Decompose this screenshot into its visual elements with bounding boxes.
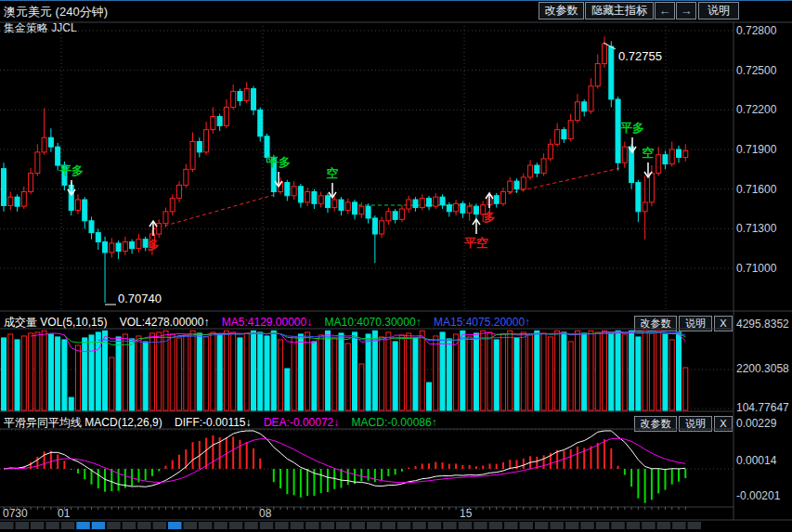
svg-text:4295.8352: 4295.8352 — [736, 318, 789, 331]
svg-text:0.71600: 0.71600 — [736, 183, 777, 196]
nav-strip[interactable] — [0, 522, 701, 529]
svg-text:0.71900: 0.71900 — [736, 143, 777, 156]
svg-text:平空: 平空 — [464, 236, 488, 250]
chart-canvas: 0.727550.70740平多多平多空平空多平多空0.728000.72500… — [0, 0, 792, 532]
svg-text:空: 空 — [643, 146, 655, 160]
svg-text:空: 空 — [327, 166, 339, 180]
svg-text:0.72500: 0.72500 — [736, 64, 777, 77]
svg-text:2200.3058: 2200.3058 — [736, 362, 789, 375]
macd-histogram — [10, 435, 685, 503]
volume-bars-layer — [2, 331, 688, 410]
svg-text:多: 多 — [484, 210, 496, 224]
candles-layer — [2, 36, 688, 303]
svg-text:0.72200: 0.72200 — [736, 103, 777, 116]
svg-text:0.00229: 0.00229 — [736, 417, 777, 430]
macd-axis-labels: 0.002290.00014-0.00201 — [736, 417, 781, 502]
volume-axis-labels: 4295.83522200.3058104.77647 — [736, 318, 789, 414]
svg-text:多: 多 — [148, 238, 160, 252]
svg-text:0.00014: 0.00014 — [736, 454, 777, 467]
svg-text:0.72755: 0.72755 — [618, 49, 662, 63]
svg-text:0.70740: 0.70740 — [118, 292, 162, 305]
trading-terminal: 澳元美元 (240分钟) 集金策略 JJCL 改参数 隐藏主指标 ← → 说明 … — [0, 0, 792, 532]
macd-lines — [4, 431, 685, 487]
price-axis-labels: 0.728000.725000.722000.719000.716000.713… — [736, 24, 777, 275]
svg-text:平多: 平多 — [59, 163, 84, 177]
svg-text:0.71000: 0.71000 — [736, 262, 777, 275]
signal-labels: 平多多平多空平空多平多空 — [59, 121, 655, 252]
time-axis: 0730010815 — [3, 507, 685, 520]
svg-text:01: 01 — [58, 507, 71, 520]
svg-text:08: 08 — [259, 507, 272, 520]
volume-ma-lines — [31, 331, 685, 351]
svg-text:0.71300: 0.71300 — [736, 222, 777, 235]
svg-text:平多: 平多 — [620, 121, 644, 135]
panel-borders — [0, 22, 792, 520]
svg-text:0.72800: 0.72800 — [736, 24, 777, 37]
svg-text:104.77647: 104.77647 — [736, 401, 789, 414]
svg-text:15: 15 — [460, 507, 473, 520]
svg-text:-0.00201: -0.00201 — [736, 489, 781, 502]
svg-text:平多: 平多 — [266, 155, 291, 169]
